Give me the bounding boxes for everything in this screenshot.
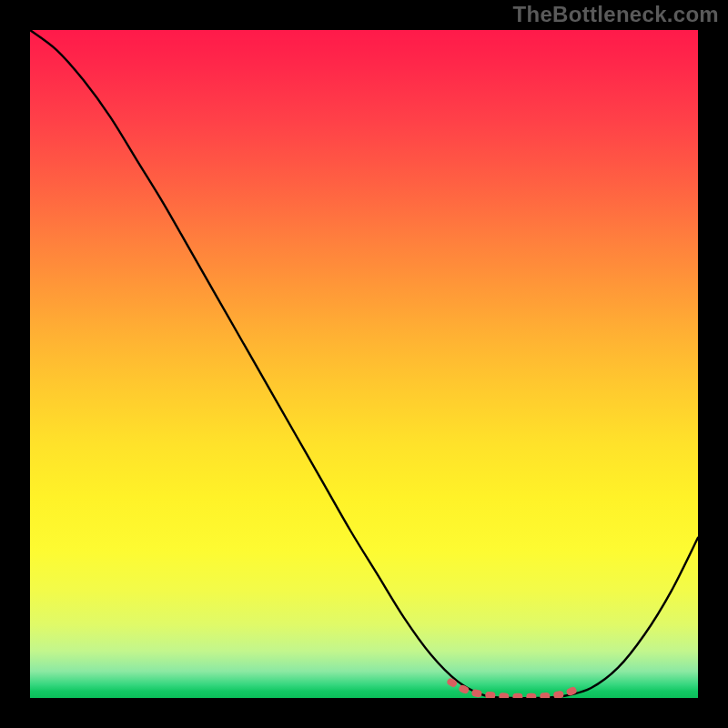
bottleneck-curve [30, 30, 698, 698]
chart-svg [30, 30, 698, 698]
chart-container: TheBottleneck.com [0, 0, 728, 728]
plot-area [30, 30, 698, 698]
watermark-text: TheBottleneck.com [513, 2, 719, 27]
